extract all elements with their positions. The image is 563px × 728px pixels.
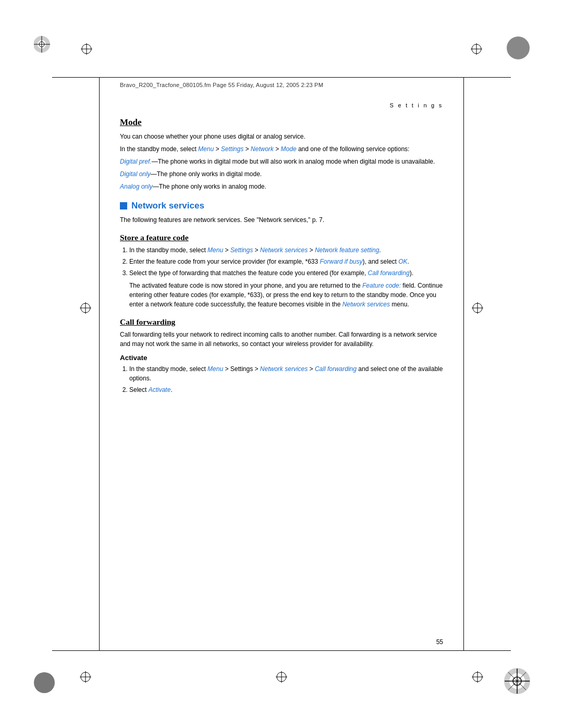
network-services-intro: The following features are network servi… (120, 215, 443, 225)
svg-point-11 (34, 672, 55, 693)
network-services-section: Network services The following features … (120, 201, 443, 394)
reg-cross-bottom-right (472, 671, 483, 685)
activate-steps: In the standby mode, select Menu > Setti… (129, 364, 443, 394)
top-rule (52, 77, 511, 78)
reg-mark-bottom-right (503, 667, 532, 698)
analog-only-para: Analog only—The phone only works in anal… (120, 182, 443, 191)
page-number: 55 (436, 638, 443, 646)
digital-pref-para: Digital pref.—The phone works in digital… (120, 157, 443, 166)
digital-only-para: Digital only—The phone only works in dig… (120, 169, 443, 179)
vert-line-right (463, 77, 464, 651)
reg-mark-bottom-left (31, 670, 57, 698)
page: Bravo_R200_Tracfone_080105.fm Page 55 Fr… (0, 0, 563, 728)
vert-line-left (99, 77, 100, 651)
svg-point-10 (507, 36, 530, 59)
mode-para1: You can choose whether your phone uses d… (120, 132, 443, 141)
call-forwarding-intro: Call forwarding tells your network to re… (120, 330, 443, 349)
header-file-info: Bravo_R200_Tracfone_080105.fm Page 55 Fr… (120, 81, 323, 89)
reg-mark-top-left (34, 31, 60, 59)
reg-cross-top-left (81, 43, 92, 57)
step3: Select the type of forwarding that match… (129, 268, 443, 278)
gray-circle-top-right (506, 35, 531, 63)
activate-step2: Select Activate. (129, 385, 443, 394)
reg-cross-left-mid (80, 302, 91, 316)
activate-subsection: Activate In the standby mode, select Men… (120, 354, 443, 394)
network-services-heading: Network services (120, 201, 443, 211)
reg-cross-top-right (471, 43, 482, 57)
main-content: Mode You can choose whether your phone u… (120, 112, 443, 639)
mode-para2: In the standby mode, select Menu > Setti… (120, 144, 443, 154)
section-label: S e t t i n g s (390, 102, 443, 108)
blue-square-icon (120, 202, 127, 209)
reg-cross-bottom-left (80, 671, 91, 685)
store-feature-code-section: Store a feature code In the standby mode… (120, 233, 443, 309)
mode-section: Mode You can choose whether your phone u… (120, 117, 443, 191)
activate-heading: Activate (120, 354, 443, 362)
reg-cross-right-mid (472, 302, 483, 316)
step1: In the standby mode, select Menu > Setti… (129, 245, 443, 255)
reg-cross-bottom-center (276, 671, 287, 685)
bottom-rule (52, 650, 511, 651)
call-forwarding-section: Call forwarding Call forwarding tells yo… (120, 317, 443, 394)
step2: Enter the feature code from your service… (129, 257, 443, 266)
mode-heading: Mode (120, 117, 443, 128)
activated-para: The activated feature code is now stored… (129, 281, 443, 309)
call-forwarding-heading: Call forwarding (120, 317, 443, 327)
store-feature-code-steps: In the standby mode, select Menu > Setti… (129, 245, 443, 278)
activate-step1: In the standby mode, select Menu > Setti… (129, 364, 443, 383)
store-feature-code-heading: Store a feature code (120, 233, 443, 242)
